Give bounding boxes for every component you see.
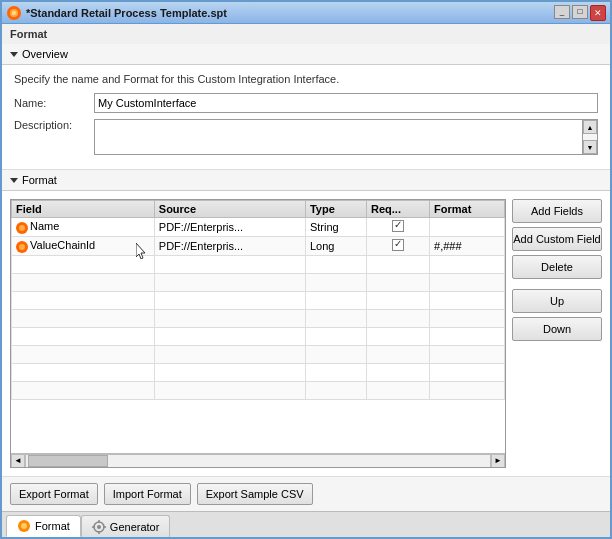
- title-controls: _ □ ✕: [554, 5, 606, 21]
- app-icon: [6, 5, 22, 21]
- table-container: Field Source Type Req... Format: [10, 199, 506, 468]
- checkbox-2: [392, 239, 404, 251]
- cell-req-1: [367, 218, 430, 237]
- name-row: Name:: [14, 93, 598, 113]
- format-toggle[interactable]: Format: [2, 170, 610, 191]
- cell-source-1: PDF://Enterpris...: [154, 218, 305, 237]
- overview-description: Specify the name and Format for this Cus…: [14, 73, 598, 85]
- table-row-empty: [12, 292, 505, 310]
- row-icon-2: [16, 241, 28, 253]
- description-wrapper: ▲ ▼: [94, 119, 598, 155]
- generator-tab-icon: [92, 520, 106, 534]
- scrollbar-thumb[interactable]: [28, 455, 108, 467]
- table-row[interactable]: ValueChainId PDF://Enterpris... Long #,#…: [12, 237, 505, 256]
- cell-type-1: String: [305, 218, 366, 237]
- col-source: Source: [154, 201, 305, 218]
- window-title: *Standard Retail Process Template.spt: [26, 7, 227, 19]
- scroll-up-btn[interactable]: ▲: [583, 120, 597, 134]
- title-bar-left: *Standard Retail Process Template.spt: [6, 5, 227, 21]
- maximize-button[interactable]: □: [572, 5, 588, 19]
- description-textarea[interactable]: [94, 119, 598, 155]
- table-header-row: Field Source Type Req... Format: [12, 201, 505, 218]
- cell-field-1: Name: [12, 218, 155, 237]
- close-button[interactable]: ✕: [590, 5, 606, 21]
- format-tab-icon: [17, 519, 31, 533]
- add-custom-field-button[interactable]: Add Custom Field: [512, 227, 602, 251]
- tab-generator[interactable]: Generator: [81, 515, 171, 537]
- main-window: *Standard Retail Process Template.spt _ …: [0, 0, 612, 539]
- down-button[interactable]: Down: [512, 317, 602, 341]
- description-row: Description: ▲ ▼: [14, 119, 598, 155]
- table-row-empty: [12, 364, 505, 382]
- scroll-right-btn[interactable]: ►: [491, 454, 505, 468]
- col-type: Type: [305, 201, 366, 218]
- cell-format-2: #,###: [430, 237, 505, 256]
- up-button[interactable]: Up: [512, 289, 602, 313]
- export-format-button[interactable]: Export Format: [10, 483, 98, 505]
- minimize-button[interactable]: _: [554, 5, 570, 19]
- svg-point-5: [21, 523, 27, 529]
- table-row-empty: [12, 310, 505, 328]
- scroll-down-btn[interactable]: ▼: [583, 140, 597, 154]
- table-row-empty: [12, 274, 505, 292]
- table-wrapper[interactable]: Field Source Type Req... Format: [11, 200, 505, 453]
- overview-section: Overview Specify the name and Format for…: [2, 44, 610, 170]
- format-label: Format: [22, 174, 57, 186]
- tabs-bar: Format Generator: [2, 511, 610, 537]
- format-section: Format Field Source: [2, 170, 610, 511]
- table-row-empty: [12, 346, 505, 364]
- name-label: Name:: [14, 97, 94, 109]
- cell-format-1: [430, 218, 505, 237]
- horizontal-scrollbar[interactable]: ◄ ►: [11, 453, 505, 467]
- col-required: Req...: [367, 201, 430, 218]
- overview-collapse-icon: [10, 52, 18, 57]
- cell-type-2: Long: [305, 237, 366, 256]
- checkbox-1: [392, 220, 404, 232]
- side-buttons: Add Fields Add Custom Field Delete Up Do…: [512, 199, 602, 468]
- col-field: Field: [12, 201, 155, 218]
- cell-field-2: ValueChainId: [12, 237, 155, 256]
- tab-generator-label: Generator: [110, 521, 160, 533]
- cell-source-2: PDF://Enterpris...: [154, 237, 305, 256]
- overview-toggle[interactable]: Overview: [2, 44, 610, 65]
- table-row-empty: [12, 328, 505, 346]
- bottom-buttons: Export Format Import Format Export Sampl…: [2, 476, 610, 511]
- name-input[interactable]: [94, 93, 598, 113]
- data-table: Field Source Type Req... Format: [11, 200, 505, 400]
- export-sample-csv-button[interactable]: Export Sample CSV: [197, 483, 313, 505]
- top-format-label: Format: [2, 24, 610, 44]
- row-icon-1: [16, 222, 28, 234]
- svg-point-2: [12, 11, 16, 15]
- tab-format[interactable]: Format: [6, 515, 81, 537]
- description-label: Description:: [14, 119, 94, 131]
- overview-content: Specify the name and Format for this Cus…: [2, 65, 610, 169]
- table-row-empty: [12, 382, 505, 400]
- scrollbar-track[interactable]: [25, 454, 491, 468]
- format-collapse-icon: [10, 178, 18, 183]
- import-format-button[interactable]: Import Format: [104, 483, 191, 505]
- add-fields-button[interactable]: Add Fields: [512, 199, 602, 223]
- table-row[interactable]: Name PDF://Enterpris... String: [12, 218, 505, 237]
- overview-label: Overview: [22, 48, 68, 60]
- col-format: Format: [430, 201, 505, 218]
- description-scrollbar: ▲ ▼: [582, 119, 598, 155]
- delete-button[interactable]: Delete: [512, 255, 602, 279]
- tab-format-label: Format: [35, 520, 70, 532]
- table-row-empty: [12, 256, 505, 274]
- format-inner: Field Source Type Req... Format: [2, 191, 610, 476]
- svg-point-7: [97, 525, 101, 529]
- content-area: Overview Specify the name and Format for…: [2, 44, 610, 511]
- title-bar: *Standard Retail Process Template.spt _ …: [2, 2, 610, 24]
- scroll-left-btn[interactable]: ◄: [11, 454, 25, 468]
- cell-req-2: [367, 237, 430, 256]
